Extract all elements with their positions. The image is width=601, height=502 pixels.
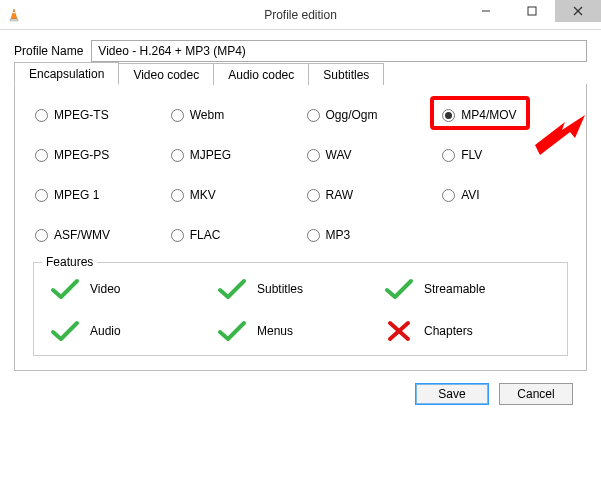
features-grid: VideoSubtitlesStreamableAudioMenusChapte… <box>50 277 551 343</box>
radio-icon <box>307 229 320 242</box>
maximize-button[interactable] <box>509 0 555 22</box>
radio-icon <box>35 189 48 202</box>
profile-name-row: Profile Name <box>14 40 587 62</box>
radio-icon <box>442 189 455 202</box>
radio-label: Webm <box>190 108 224 122</box>
radio-icon <box>171 149 184 162</box>
check-icon <box>384 277 414 301</box>
radio-mpeg-ts[interactable]: MPEG-TS <box>33 106 161 124</box>
radio-label: Ogg/Ogm <box>326 108 378 122</box>
radio-icon <box>171 229 184 242</box>
feature-label: Subtitles <box>257 282 303 296</box>
svg-marker-0 <box>11 9 17 19</box>
radio-label: FLAC <box>190 228 221 242</box>
radio-label: MPEG-TS <box>54 108 109 122</box>
tabsheet: Encapsulation Video codec Audio codec Su… <box>14 84 587 371</box>
radio-ogg-ogm[interactable]: Ogg/Ogm <box>305 106 433 124</box>
radio-mpeg-1[interactable]: MPEG 1 <box>33 186 161 204</box>
radio-label: MP3 <box>326 228 351 242</box>
radio-mp4-mov[interactable]: MP4/MOV <box>440 106 568 124</box>
radio-label: MJPEG <box>190 148 231 162</box>
radio-mkv[interactable]: MKV <box>169 186 297 204</box>
tabstrip: Encapsulation Video codec Audio codec Su… <box>14 62 384 85</box>
tab-subtitles[interactable]: Subtitles <box>309 63 384 85</box>
feature-label: Menus <box>257 324 293 338</box>
feature-menus: Menus <box>217 319 384 343</box>
profile-name-input[interactable] <box>91 40 587 62</box>
radio-flv[interactable]: FLV <box>440 146 568 164</box>
radio-icon <box>307 189 320 202</box>
minimize-button[interactable] <box>463 0 509 22</box>
feature-label: Audio <box>90 324 121 338</box>
features-title: Features <box>42 255 97 269</box>
radio-asf-wmv[interactable]: ASF/WMV <box>33 226 161 244</box>
check-icon <box>50 277 80 301</box>
cancel-button[interactable]: Cancel <box>499 383 573 405</box>
radio-icon <box>171 189 184 202</box>
radio-webm[interactable]: Webm <box>169 106 297 124</box>
radio-label: AVI <box>461 188 479 202</box>
radio-icon <box>442 149 455 162</box>
tab-encapsulation[interactable]: Encapsulation <box>14 62 119 85</box>
radio-icon <box>171 109 184 122</box>
radio-label: RAW <box>326 188 354 202</box>
dialog-buttons: Save Cancel <box>14 371 587 405</box>
app-icon <box>6 7 22 23</box>
radio-raw[interactable]: RAW <box>305 186 433 204</box>
profile-name-label: Profile Name <box>14 44 83 58</box>
radio-label: MKV <box>190 188 216 202</box>
feature-chapters: Chapters <box>384 319 551 343</box>
features-groupbox: Features VideoSubtitlesStreamableAudioMe… <box>33 262 568 356</box>
cross-icon <box>384 319 414 343</box>
radio-icon <box>35 229 48 242</box>
feature-streamable: Streamable <box>384 277 551 301</box>
feature-video: Video <box>50 277 217 301</box>
radio-icon <box>307 149 320 162</box>
titlebar: Profile edition <box>0 0 601 30</box>
check-icon <box>50 319 80 343</box>
radio-label: ASF/WMV <box>54 228 110 242</box>
radio-icon <box>442 109 455 122</box>
radio-mpeg-ps[interactable]: MPEG-PS <box>33 146 161 164</box>
check-icon <box>217 277 247 301</box>
radio-icon <box>35 109 48 122</box>
feature-audio: Audio <box>50 319 217 343</box>
save-button[interactable]: Save <box>415 383 489 405</box>
radio-icon <box>35 149 48 162</box>
close-button[interactable] <box>555 0 601 22</box>
radio-label: MPEG 1 <box>54 188 99 202</box>
feature-subtitles: Subtitles <box>217 277 384 301</box>
check-icon <box>217 319 247 343</box>
radio-label: MP4/MOV <box>461 108 516 122</box>
radio-label: WAV <box>326 148 352 162</box>
feature-label: Video <box>90 282 120 296</box>
tab-content-encapsulation: MPEG-TSWebmOgg/OgmMP4/MOVMPEG-PSMJPEGWAV… <box>15 84 586 370</box>
window-controls <box>463 0 601 29</box>
svg-rect-1 <box>10 19 18 21</box>
radio-flac[interactable]: FLAC <box>169 226 297 244</box>
radio-mjpeg[interactable]: MJPEG <box>169 146 297 164</box>
radio-mp3[interactable]: MP3 <box>305 226 433 244</box>
radio-icon <box>307 109 320 122</box>
tab-video-codec[interactable]: Video codec <box>119 63 214 85</box>
radio-label: FLV <box>461 148 482 162</box>
encapsulation-grid: MPEG-TSWebmOgg/OgmMP4/MOVMPEG-PSMJPEGWAV… <box>33 106 568 244</box>
radio-avi[interactable]: AVI <box>440 186 568 204</box>
radio-wav[interactable]: WAV <box>305 146 433 164</box>
feature-label: Streamable <box>424 282 485 296</box>
radio-label: MPEG-PS <box>54 148 109 162</box>
tab-audio-codec[interactable]: Audio codec <box>214 63 309 85</box>
feature-label: Chapters <box>424 324 473 338</box>
svg-rect-4 <box>528 7 536 15</box>
svg-rect-2 <box>13 12 16 13</box>
